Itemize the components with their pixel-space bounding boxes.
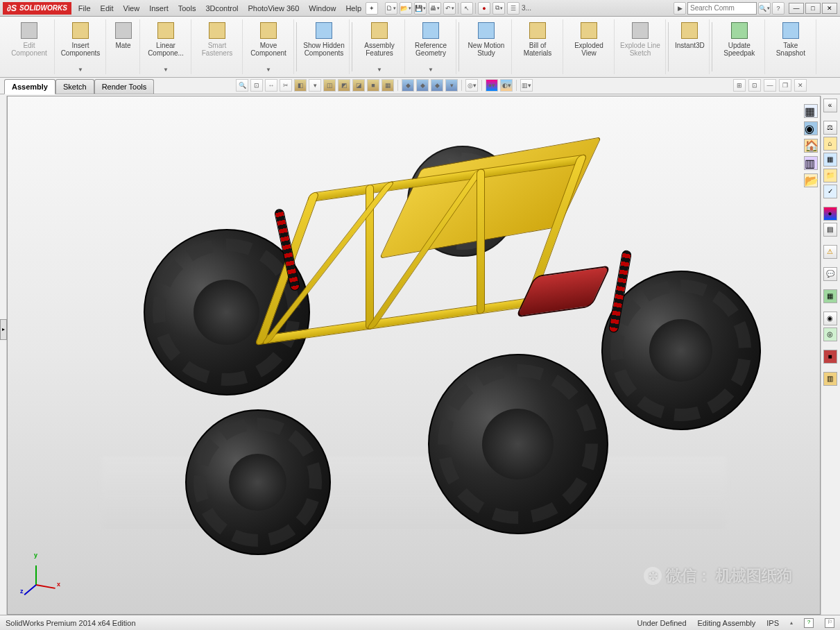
vp-minimize[interactable]: — (764, 79, 776, 92)
menu-3dcontrol[interactable]: 3Dcontrol (205, 4, 238, 12)
tp2-3-icon[interactable]: 🏠 (804, 139, 818, 153)
ribbon-label: Insert Components (60, 42, 101, 57)
command-ribbon: Edit ComponentInsert Components▼MateLine… (0, 17, 840, 78)
menu-view[interactable]: View (123, 4, 140, 12)
taskpane-warning-icon[interactable]: ⚠ (823, 245, 837, 259)
tp2-5-icon[interactable]: 📂 (804, 173, 818, 187)
wireframe-icon[interactable]: ◫ (323, 79, 336, 92)
save-button[interactable]: 💾 (414, 2, 427, 15)
status-flag-icon[interactable]: ⚐ (825, 618, 834, 628)
select-button[interactable]: ↖ (461, 2, 473, 15)
undo-button[interactable]: ↶ (443, 2, 456, 15)
shaded-edges-icon[interactable]: ◪ (352, 79, 365, 92)
main-menu: File Edit View Insert Tools 3Dcontrol Ph… (78, 4, 361, 12)
taskpane-color-icon[interactable]: ■ (823, 350, 837, 364)
view-cube-4-icon[interactable]: ▾ (445, 79, 458, 92)
ribbon-bill-of-materials[interactable]: Bill of Materials (513, 19, 563, 74)
ribbon-instant-d[interactable]: Instant3D (671, 19, 710, 74)
taskpane-appearances-icon[interactable]: ● (823, 207, 837, 221)
appearance-icon[interactable]: ●▾ (486, 79, 498, 92)
menu-tools[interactable]: Tools (178, 4, 196, 12)
zoom-fit-icon[interactable]: 🔍 (236, 79, 248, 92)
close-button[interactable]: ✕ (822, 3, 837, 14)
doc-list-button[interactable]: ☰ (507, 2, 520, 15)
taskpane-excel-icon[interactable]: ▦ (823, 289, 837, 303)
tp2-4-icon[interactable]: ▥ (804, 156, 818, 170)
view-orient-icon[interactable]: ◧ (294, 79, 307, 92)
tp2-1-icon[interactable]: ▦ (804, 104, 818, 118)
render-settings-icon[interactable]: ▥▾ (520, 79, 533, 92)
ribbon-show-hidden-components[interactable]: Show Hidden Components (299, 19, 350, 74)
search-dropdown[interactable]: 🔍 (758, 2, 771, 15)
maximize-button[interactable]: □ (805, 3, 821, 14)
section-view-icon[interactable]: ✂ (280, 79, 292, 92)
taskpane-forum-icon[interactable]: 💬 (823, 267, 837, 281)
ribbon-assembly-features[interactable]: Assembly Features▼ (354, 19, 405, 74)
graphics-viewport[interactable]: y z x ✱ 微信： 机械图纸狗 (7, 96, 821, 615)
view-cube-3-icon[interactable]: ◆ (431, 79, 443, 92)
ribbon-linear-compone-[interactable]: Linear Compone...▼ (141, 19, 191, 74)
menu-window[interactable]: Window (309, 4, 336, 12)
zoom-area-icon[interactable]: ⊡ (250, 79, 263, 92)
open-doc-button[interactable]: 📂 (400, 2, 412, 15)
watermark: ✱ 微信： 机械图纸狗 (644, 565, 792, 586)
options-button[interactable]: ⧉ (492, 2, 505, 15)
new-doc-button[interactable]: 🗋 (385, 2, 397, 15)
vp-btn-1[interactable]: ⊞ (733, 79, 746, 92)
wheel-spare (185, 409, 331, 555)
vp-btn-2[interactable]: ⊡ (748, 79, 761, 92)
taskpane-misc2-icon[interactable]: ◎ (823, 327, 837, 341)
minimize-button[interactable]: — (789, 3, 804, 14)
ribbon-update-speedpak[interactable]: Update Speedpak (714, 19, 765, 74)
menu-insert[interactable]: Insert (149, 4, 169, 12)
help-star-icon[interactable]: ✦ (366, 2, 378, 15)
taskpane-resources-icon[interactable]: ⌂ (823, 137, 837, 151)
taskpane-file-explorer-icon[interactable]: 📁 (823, 169, 837, 182)
taskpane-balance-icon[interactable]: ⚖ (823, 121, 837, 135)
titlebar: ∂SSOLIDWORKS File Edit View Insert Tools… (0, 0, 840, 17)
taskpane-bottom-icon[interactable]: ▥ (823, 372, 837, 386)
ribbon-move-component[interactable]: Move Component▼ (243, 19, 294, 74)
ribbon-label: Update Speedpak (719, 42, 760, 57)
status-units[interactable]: IPS (766, 619, 779, 627)
print-button[interactable]: 🖶 (429, 2, 441, 15)
search-input[interactable] (687, 2, 757, 15)
view-cube-2-icon[interactable]: ◆ (416, 79, 429, 92)
tab-sketch[interactable]: Sketch (55, 79, 94, 94)
ribbon-take-snapshot[interactable]: Take Snapshot (766, 19, 816, 74)
shadow-icon[interactable]: ▦ (382, 79, 394, 92)
menu-photoview[interactable]: PhotoView 360 (248, 4, 299, 12)
rebuild-button[interactable]: ● (478, 2, 490, 15)
scene-icon[interactable]: ◐▾ (500, 79, 513, 92)
menu-help[interactable]: Help (345, 4, 361, 12)
ribbon-icon (731, 22, 748, 39)
taskpane-custom-props-icon[interactable]: ▤ (823, 223, 837, 237)
menu-edit[interactable]: Edit (101, 4, 114, 12)
taskpane-misc1-icon[interactable]: ◉ (823, 312, 837, 325)
ribbon-insert-components[interactable]: Insert Components▼ (55, 19, 106, 74)
view-cube-1-icon[interactable]: ◆ (402, 79, 414, 92)
hidden-lines-icon[interactable]: ◩ (338, 79, 350, 92)
tab-assembly[interactable]: Assembly (4, 79, 55, 94)
ribbon-reference-geometry[interactable]: Reference Geometry▼ (406, 19, 456, 74)
ribbon-exploded-view[interactable]: Exploded View (564, 19, 615, 74)
taskpane-design-lib-icon[interactable]: ▦ (823, 153, 837, 167)
shaded-icon[interactable]: ■ (367, 79, 379, 92)
tab-render-tools[interactable]: Render Tools (94, 79, 155, 94)
vp-restore[interactable]: ❐ (779, 79, 791, 92)
taskpane-expand-icon[interactable]: « (823, 99, 837, 112)
help-button[interactable]: ? (772, 2, 785, 15)
feature-tree-flyout-handle[interactable]: ▸ (0, 319, 7, 340)
ribbon-new-motion-study[interactable]: New Motion Study (461, 19, 512, 74)
display-style-icon[interactable]: ▾ (309, 79, 321, 92)
hide-show-icon[interactable]: ◎▾ (465, 79, 478, 92)
status-help-icon[interactable]: ? (804, 618, 814, 628)
menu-file[interactable]: File (78, 4, 91, 12)
search-run-icon[interactable]: ▶ (674, 2, 686, 15)
ribbon-mate[interactable]: Mate (107, 19, 140, 74)
taskpane-view-palette-icon[interactable]: ✓ (823, 185, 837, 198)
prev-view-icon[interactable]: ↔ (265, 79, 277, 92)
vp-close[interactable]: ✕ (794, 79, 807, 92)
tp2-2-icon[interactable]: ◉ (804, 121, 818, 135)
ribbon-icon (260, 22, 277, 39)
